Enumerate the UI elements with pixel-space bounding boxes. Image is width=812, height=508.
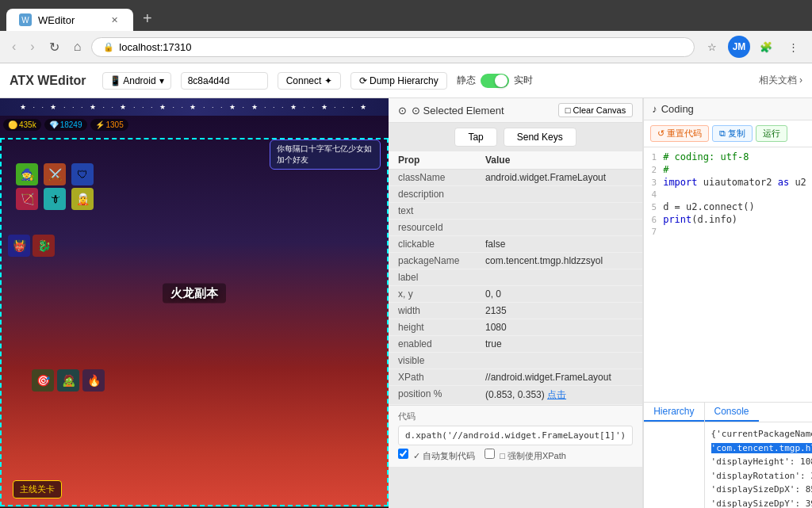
chars-row2: 👹 🐉: [8, 235, 55, 257]
value-cell: true: [476, 336, 642, 353]
char-1[interactable]: 🧙: [16, 163, 38, 185]
selected-element-icon: ⊙: [398, 105, 407, 116]
table-row: classNameandroid.widget.FrameLayout: [389, 170, 642, 186]
char-4[interactable]: 🏹: [16, 188, 38, 210]
browser-toolbar: ‹ › ↻ ⌂ 🔒 ☆ JM 🧩 ⋮: [0, 31, 812, 63]
connect-button[interactable]: Connect ✦: [278, 72, 341, 90]
address-input[interactable]: [119, 41, 683, 53]
menu-icon[interactable]: ⋮: [782, 36, 804, 58]
prop-cell: packageName: [389, 253, 476, 269]
browser-chrome: W WEditor ✕ +: [0, 0, 812, 31]
coding-title: Coding: [661, 103, 694, 115]
line-number: 1: [644, 152, 663, 162]
extensions-icon[interactable]: 🧩: [755, 36, 777, 58]
force-xpath-checkbox[interactable]: [485, 449, 495, 459]
prop-cell: label: [389, 269, 476, 286]
tab-close-button[interactable]: ✕: [108, 13, 121, 26]
table-row: enabledtrue: [389, 336, 642, 353]
new-tab-button[interactable]: +: [136, 6, 159, 31]
app-logo: ATX WEditor: [10, 74, 86, 88]
char-3[interactable]: 🛡: [71, 163, 94, 185]
device-select[interactable]: 📱 Android ▾: [102, 72, 171, 90]
force-xpath-label[interactable]: □ 强制使用XPath: [485, 449, 566, 462]
device-screen[interactable]: ★ · · ★ · · · ★ · · ★ · · · ★ · · ★ · · …: [0, 98, 389, 508]
char-10[interactable]: 🧟: [57, 369, 79, 392]
gem-display: 💎 18249: [44, 119, 87, 131]
code-line: 5d = u2.connect(): [644, 201, 812, 213]
realtime-label: 实时: [514, 74, 533, 87]
prop-column-header: Prop: [389, 151, 476, 170]
back-button[interactable]: ‹: [8, 38, 20, 55]
prop-cell: visible: [389, 353, 476, 369]
coding-header: ♪ Coding: [644, 98, 812, 120]
code-editor[interactable]: 1# coding: utf-82#3import uiautomator2 a…: [644, 147, 812, 402]
mode-toggle[interactable]: [481, 74, 509, 88]
copy-button[interactable]: ⧉ 复制: [712, 125, 753, 142]
value-column-header: Value: [476, 151, 642, 170]
game-label: 火龙副本: [163, 283, 226, 303]
table-row: resourceId: [389, 220, 642, 236]
toolbar-icons: ☆ JM 🧩 ⋮: [701, 36, 804, 58]
code-line: 3import uiautomator2 as u2: [644, 176, 812, 189]
value-cell: 1080: [476, 319, 642, 336]
char-9[interactable]: 🎯: [32, 369, 54, 392]
char-8[interactable]: 🐉: [33, 235, 55, 257]
static-label: 静态: [457, 74, 476, 87]
selected-element-header: ⊙ ⊙ Selected Element □ Clear Canvas: [389, 98, 642, 123]
value-cell: [476, 203, 642, 220]
profile-icon[interactable]: JM: [728, 36, 750, 58]
prop-cell: className: [389, 170, 476, 186]
char-5[interactable]: 🗡: [44, 188, 66, 210]
char-6[interactable]: 🧝: [71, 188, 94, 210]
browser-tabs: W WEditor ✕ +: [6, 6, 806, 31]
send-keys-button[interactable]: Send Keys: [504, 128, 576, 147]
refresh-button[interactable]: ↻: [45, 38, 63, 56]
serial-input[interactable]: [181, 72, 268, 90]
tab-title: WEditor: [38, 14, 75, 26]
doc-link[interactable]: 相关文档 ›: [759, 74, 802, 87]
stars-decoration: ★ · · ★ · · · ★ · · ★ · · · ★ · · ★ · · …: [0, 98, 389, 116]
value-cell: com.tencent.tmgp.hldzzsyol: [476, 253, 642, 269]
home-button[interactable]: ⌂: [70, 38, 86, 55]
value-cell: 2135: [476, 303, 642, 319]
chevron-down-icon: ▾: [159, 75, 164, 86]
rerun-button[interactable]: ↺ 重置代码: [650, 125, 709, 142]
value-cell: //android.widget.FrameLayout: [476, 369, 642, 386]
music-icon: ♪: [652, 103, 657, 115]
android-label: 📱 Android: [109, 75, 156, 86]
game-hud: 🟡 435k 💎 18249 ⚡ 1305: [3, 119, 385, 131]
star-icon[interactable]: ☆: [701, 36, 723, 58]
line-number: 2: [644, 165, 663, 175]
code-box[interactable]: d.xpath('//android.widget.FrameLayout[1]…: [398, 426, 633, 445]
clear-canvas-button[interactable]: □ Clear Canvas: [558, 103, 633, 117]
table-row: visible: [389, 353, 642, 369]
prop-cell: XPath: [389, 369, 476, 386]
coding-toolbar: ↺ 重置代码 ⧉ 复制 运行: [644, 120, 812, 147]
table-row: packageNamecom.tencent.tmgp.hldzzsyol: [389, 253, 642, 269]
tab-console[interactable]: Console: [705, 403, 759, 422]
tab-hierarchy[interactable]: Hierarchy: [644, 403, 703, 422]
browser-tab[interactable]: W WEditor ✕: [6, 9, 133, 31]
char-11[interactable]: 🔥: [82, 369, 105, 392]
char-2[interactable]: ⚔️: [44, 163, 66, 185]
auto-copy-label[interactable]: ✓ 自动复制代码: [398, 449, 475, 462]
code-label: 代码: [398, 411, 633, 422]
address-bar[interactable]: 🔒: [91, 37, 695, 57]
highlighted-package: 'com.tencent.tmgp.hldzzsyol': [711, 443, 812, 453]
forward-button[interactable]: ›: [26, 38, 38, 55]
tap-button[interactable]: Tap: [454, 128, 496, 147]
energy-display: ⚡ 1305: [90, 119, 128, 131]
table-row: XPath//android.widget.FrameLayout: [389, 369, 642, 386]
run-button[interactable]: 运行: [756, 125, 787, 142]
coin-display: 🟡 435k: [3, 119, 41, 131]
prop-cell: text: [389, 203, 476, 220]
auto-copy-checkbox[interactable]: [398, 449, 408, 459]
prop-cell: width: [389, 303, 476, 319]
console-pane: Console {'currentPackageName': 'com.tenc…: [705, 403, 812, 508]
game-screen[interactable]: 🟡 435k 💎 18249 ⚡ 1305 你每隔口十字军七亿少女如加个好友 火…: [0, 116, 389, 508]
toggle-knob: [495, 74, 508, 87]
dump-hierarchy-button[interactable]: ⟳ Dump Hierarchy: [350, 72, 447, 90]
char-7[interactable]: 👹: [8, 235, 30, 257]
value-cell: [476, 269, 642, 286]
hierarchy-pane: Hierarchy: [644, 403, 704, 508]
